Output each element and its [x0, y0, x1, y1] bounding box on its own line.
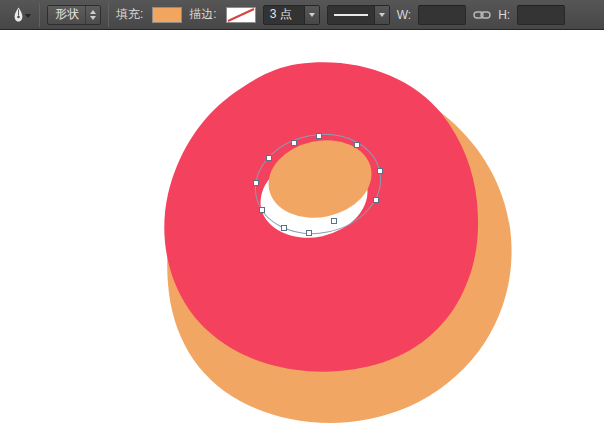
stroke-style-dropdown[interactable] [327, 5, 390, 25]
divider [39, 3, 40, 27]
dropdown-arrows-icon [85, 6, 96, 24]
tool-mode-dropdown[interactable]: 形状 [47, 5, 101, 25]
width-label: W: [397, 8, 411, 22]
solid-stroke-preview [334, 14, 368, 16]
anchor-point[interactable] [267, 156, 272, 161]
chevron-down-icon[interactable] [374, 6, 389, 24]
divider [108, 3, 109, 27]
fill-swatch[interactable] [152, 7, 182, 23]
stroke-label: 描边: [189, 6, 216, 23]
stroke-swatch[interactable] [226, 7, 256, 23]
width-input[interactable] [418, 5, 466, 25]
pen-icon [11, 7, 26, 23]
pen-tool-button[interactable] [4, 3, 32, 27]
height-input[interactable] [517, 5, 565, 25]
fill-label: 填充: [116, 6, 143, 23]
anchor-point[interactable] [260, 208, 265, 213]
stroke-width-value: 3 点 [264, 6, 304, 24]
anchor-point[interactable] [355, 143, 360, 148]
canvas-artboard [0, 30, 604, 440]
tool-preset-arrow-icon[interactable] [25, 14, 31, 18]
chevron-down-icon[interactable] [304, 6, 319, 24]
tool-mode-label: 形状 [55, 6, 79, 23]
link-dimensions-icon[interactable] [473, 9, 491, 21]
anchor-point[interactable] [378, 169, 383, 174]
tool-options-bar: 形状 填充: 描边: 3 点 W: H: [0, 0, 604, 30]
document-canvas[interactable] [0, 30, 604, 440]
height-label: H: [498, 8, 510, 22]
stroke-width-dropdown[interactable]: 3 点 [263, 5, 320, 25]
anchor-point[interactable] [292, 141, 297, 146]
anchor-point[interactable] [332, 219, 337, 224]
anchor-point[interactable] [317, 134, 322, 139]
anchor-point[interactable] [254, 181, 259, 186]
anchor-point[interactable] [374, 198, 379, 203]
anchor-point[interactable] [307, 231, 312, 236]
anchor-point[interactable] [282, 226, 287, 231]
